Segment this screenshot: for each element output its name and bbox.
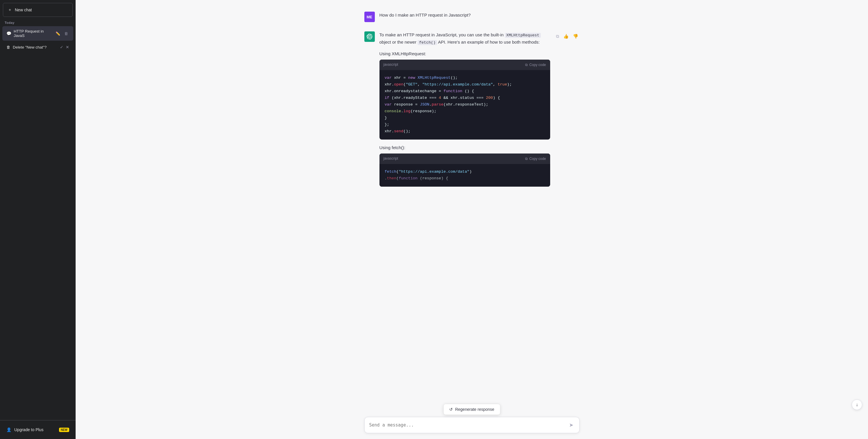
- new-badge: NEW: [59, 428, 69, 432]
- fetch-code-block: javascript ⧉ Copy code fetch("https://ap…: [379, 154, 550, 187]
- xhr-copy-button[interactable]: ⧉ Copy code: [525, 63, 546, 67]
- copy-icon: ⧉: [525, 63, 528, 67]
- delete-confirm-label: Delete "New chat"?: [13, 45, 46, 50]
- fetch-section-label: Using fetch():: [379, 144, 550, 152]
- xhr-code-block: javascript ⧉ Copy code var xhr = new XML…: [379, 60, 550, 139]
- chat-item-http[interactable]: 💬 HTTP Request in JavaS ✏️ 🗑: [2, 26, 73, 41]
- input-wrapper: ↺ Regenerate response ➤: [364, 417, 580, 433]
- confirm-delete-button[interactable]: ✓: [60, 45, 63, 50]
- fetch-code-lang: javascript: [383, 156, 398, 162]
- fetch-code-line-1: fetch("https://api.example.com/data"): [385, 168, 545, 175]
- regenerate-popup[interactable]: ↺ Regenerate response: [443, 404, 500, 415]
- xhr-section-label: Using XMLHttpRequest:: [379, 50, 550, 58]
- code-line-9: xhr.send();: [385, 128, 545, 135]
- user-message-text: How do I make an HTTP request in Javascr…: [379, 12, 471, 18]
- fetch-copy-label: Copy code: [529, 157, 546, 161]
- new-chat-label: New chat: [15, 7, 32, 12]
- code-line-8: };: [385, 122, 545, 128]
- user-avatar: ME: [364, 12, 375, 22]
- fetch-code-header: javascript ⧉ Copy code: [379, 154, 550, 164]
- copy-message-button[interactable]: ⧉: [555, 33, 560, 40]
- upgrade-row[interactable]: 👤 Upgrade to Plus NEW: [3, 425, 73, 435]
- thumbs-down-button[interactable]: 👎: [572, 33, 580, 40]
- scroll-down-icon: ↓: [856, 402, 858, 407]
- send-button[interactable]: ➤: [568, 421, 575, 430]
- delete-confirm-row: 🗑 Delete "New chat"? ✓ ✕: [2, 42, 73, 52]
- code-line-1: var xhr = new XMLHttpRequest();: [385, 75, 545, 82]
- gpt-message-actions: ⧉ 👍 👎: [555, 31, 580, 40]
- trash-icon: 🗑: [6, 45, 10, 50]
- sidebar: ＋ New chat Today 💬 HTTP Request in JavaS…: [0, 0, 75, 439]
- code-line-7: }: [385, 115, 545, 122]
- main-panel: ME How do I make an HTTP request in Java…: [75, 0, 868, 439]
- message-input[interactable]: [369, 422, 568, 428]
- upgrade-label: Upgrade to Plus: [14, 427, 43, 432]
- xhr-code-lang: javascript: [383, 62, 398, 68]
- gpt-message-row: To make an HTTP request in JavaScript, y…: [341, 27, 603, 196]
- xhr-code-header: javascript ⧉ Copy code: [379, 60, 550, 70]
- gpt-message-content: To make an HTTP request in JavaScript, y…: [379, 31, 550, 191]
- regenerate-icon: ↺: [449, 407, 453, 412]
- new-chat-button[interactable]: ＋ New chat: [3, 3, 73, 17]
- chat-area: ME How do I make an HTTP request in Java…: [75, 0, 868, 439]
- user-icon: 👤: [6, 427, 11, 432]
- regenerate-label: Regenerate response: [455, 407, 494, 412]
- fetch-copy-button[interactable]: ⧉ Copy code: [525, 157, 546, 161]
- gpt-intro-text: To make an HTTP request in JavaScript, y…: [379, 31, 550, 46]
- user-message-row: ME How do I make an HTTP request in Java…: [341, 7, 603, 27]
- input-area: ↺ Regenerate response ➤: [75, 412, 868, 439]
- code-line-3: xhr.onreadystatechange = function () {: [385, 88, 545, 95]
- xhr-code-content: var xhr = new XMLHttpRequest(); xhr.open…: [379, 70, 550, 139]
- chat-icon: 💬: [6, 31, 11, 36]
- cancel-delete-button[interactable]: ✕: [66, 45, 69, 50]
- code-line-6: console.log(response);: [385, 108, 545, 115]
- xhr-copy-label: Copy code: [529, 63, 546, 67]
- chat-item-label: HTTP Request in JavaS: [14, 29, 52, 38]
- thumbs-up-button[interactable]: 👍: [562, 33, 570, 40]
- user-message-content: How do I make an HTTP request in Javascr…: [379, 12, 580, 19]
- code-line-2: xhr.open("GET", "https://api.example.com…: [385, 82, 545, 88]
- copy-icon-2: ⧉: [525, 157, 528, 161]
- fetch-inline-code: fetch(): [417, 40, 437, 45]
- edit-chat-button[interactable]: ✏️: [54, 31, 61, 36]
- fade-overlay: [379, 175, 550, 187]
- plus-icon: ＋: [8, 7, 12, 12]
- code-line-5: var response = JSON.parse(xhr.responseTe…: [385, 101, 545, 108]
- delete-chat-button[interactable]: 🗑: [63, 31, 69, 36]
- gpt-avatar: [364, 31, 375, 42]
- xhr-inline-code: XMLHttpRequest: [505, 33, 540, 38]
- today-label: Today: [0, 18, 75, 26]
- scroll-to-bottom-button[interactable]: ↓: [852, 400, 862, 410]
- delete-confirm-icons: ✓ ✕: [60, 45, 69, 50]
- chat-item-icons: ✏️ 🗑: [54, 31, 69, 36]
- openai-icon: [367, 34, 372, 39]
- code-line-4: if (xhr.readyState === 4 && xhr.status =…: [385, 95, 545, 101]
- sidebar-bottom: 👤 Upgrade to Plus NEW: [0, 420, 75, 439]
